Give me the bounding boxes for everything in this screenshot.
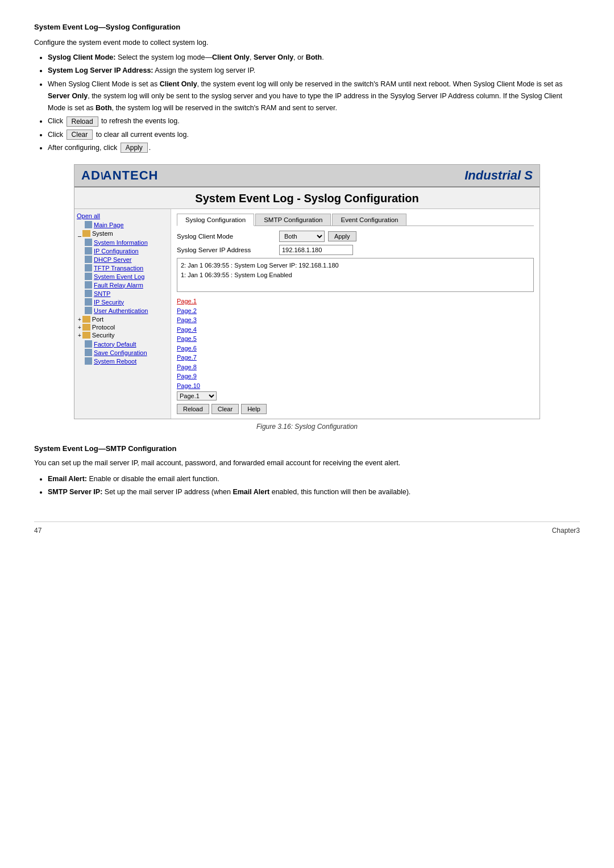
figure-caption: Figure 3.16: Syslog Configuration bbox=[34, 423, 580, 431]
smtp-server-ip-label: SMTP Server IP: bbox=[48, 488, 102, 496]
apply-button-inline[interactable]: Apply bbox=[121, 143, 148, 153]
sidebar-item-save-config[interactable]: Save Configuration bbox=[84, 348, 168, 357]
plus-icon-security: + bbox=[78, 332, 81, 339]
sidebar-item-event-log[interactable]: System Event Log bbox=[84, 272, 168, 281]
plus-icon-port: + bbox=[78, 316, 81, 323]
system-info-icon bbox=[85, 239, 92, 246]
form-row-server-ip: Syslog Server IP Address bbox=[177, 245, 534, 255]
sidebar-group-protocol[interactable]: + Protocol bbox=[78, 324, 168, 331]
save-config-link[interactable]: Save Configuration bbox=[94, 349, 147, 356]
ip-config-link[interactable]: IP Configuration bbox=[94, 248, 139, 254]
client-mode-select[interactable]: Both Client Only Server Only bbox=[279, 231, 325, 242]
log-area: 2: Jan 1 06:39:55 : System Log Server IP… bbox=[177, 258, 534, 292]
reload-button[interactable]: Reload bbox=[67, 116, 98, 127]
page-link-6[interactable]: Page.6 bbox=[177, 344, 534, 353]
protocol-label: Protocol bbox=[92, 324, 115, 331]
tftp-icon bbox=[85, 264, 92, 272]
port-label: Port bbox=[92, 316, 103, 323]
sidebar-group-system[interactable]: ⎯ System bbox=[78, 230, 168, 237]
system-info-link[interactable]: System Information bbox=[94, 239, 148, 246]
ip-security-link[interactable]: IP Security bbox=[94, 299, 124, 306]
ip-config-icon bbox=[85, 247, 92, 254]
sidebar: Open all Main Page ⎯ System System Infor… bbox=[74, 209, 171, 419]
system-folder-icon bbox=[82, 230, 90, 237]
apply-button[interactable]: Apply bbox=[328, 231, 356, 241]
tab-event[interactable]: Event Configuration bbox=[332, 214, 406, 226]
smtp-intro: You can set up the mail server IP, mail … bbox=[34, 457, 580, 469]
dhcp-link[interactable]: DHCP Server bbox=[94, 256, 131, 263]
page-link-1[interactable]: Page.1 bbox=[177, 297, 534, 306]
factory-default-icon bbox=[85, 340, 92, 348]
page-link-5[interactable]: Page.5 bbox=[177, 334, 534, 344]
tab-syslog[interactable]: Syslog Configuration bbox=[177, 214, 254, 226]
bullet-mode-description: When Syslog Client Mode is set as Client… bbox=[48, 78, 580, 115]
sidebar-item-tftp[interactable]: TFTP Transaction bbox=[84, 264, 168, 272]
bullet-syslog-client-mode: Syslog Client Mode: Select the system lo… bbox=[48, 52, 580, 64]
form-row-client-mode: Syslog Client Mode Both Client Only Serv… bbox=[177, 231, 534, 242]
clear-bottom-button[interactable]: Clear bbox=[211, 404, 239, 414]
event-log-link[interactable]: System Event Log bbox=[94, 273, 144, 280]
page-link-10[interactable]: Page.10 bbox=[177, 381, 534, 391]
tab-smtp[interactable]: SMTP Configuration bbox=[255, 214, 331, 226]
smtp-bullet-server-ip: SMTP Server IP: Set up the mail server I… bbox=[48, 486, 580, 498]
reload-bottom-button[interactable]: Reload bbox=[177, 404, 209, 414]
bullet2-label: System Log Server IP Address: bbox=[48, 66, 154, 74]
sidebar-item-dhcp[interactable]: DHCP Server bbox=[84, 255, 168, 264]
content-panel: Syslog Configuration SMTP Configuration … bbox=[171, 209, 540, 419]
sidebar-item-system-info[interactable]: System Information bbox=[84, 238, 168, 247]
sidebar-item-ip-security[interactable]: IP Security bbox=[84, 298, 168, 306]
page-select[interactable]: Page.1 bbox=[177, 391, 217, 400]
user-auth-link[interactable]: User Authentication bbox=[94, 307, 148, 314]
ip-security-icon bbox=[85, 298, 92, 306]
sidebar-item-factory-default[interactable]: Factory Default bbox=[84, 340, 168, 348]
bullet-server-ip: System Log Server IP Address: Assign the… bbox=[48, 65, 580, 77]
advantech-logo: AD\ANTECH bbox=[81, 168, 158, 183]
security-label: Security bbox=[92, 332, 115, 339]
sidebar-open-all[interactable]: Open all bbox=[77, 212, 168, 219]
sntp-link[interactable]: SNTP bbox=[94, 290, 110, 297]
dhcp-icon bbox=[85, 256, 92, 263]
sidebar-item-ip-config[interactable]: IP Configuration bbox=[84, 247, 168, 255]
email-alert-label: Email Alert: bbox=[48, 475, 87, 483]
tabs-row: Syslog Configuration SMTP Configuration … bbox=[177, 214, 534, 226]
page-link-8[interactable]: Page.8 bbox=[177, 362, 534, 372]
plus-icon-protocol: + bbox=[78, 324, 81, 331]
protocol-folder-icon bbox=[82, 324, 90, 331]
sidebar-group-security[interactable]: + Security bbox=[78, 332, 168, 339]
fault-relay-link[interactable]: Fault Relay Alarm bbox=[94, 282, 143, 289]
clear-button[interactable]: Clear bbox=[67, 130, 93, 140]
server-ip-input[interactable] bbox=[279, 245, 353, 255]
main-page-icon bbox=[85, 221, 92, 228]
page-link-2[interactable]: Page.2 bbox=[177, 306, 534, 316]
system-reboot-link[interactable]: System Reboot bbox=[94, 358, 136, 365]
page-link-9[interactable]: Page.9 bbox=[177, 372, 534, 381]
log-entry-1: 2: Jan 1 06:39:55 : System Log Server IP… bbox=[181, 261, 530, 270]
bullet-reload: Click Reload to refresh the events log. bbox=[48, 115, 580, 127]
server-ip-label: Syslog Server IP Address bbox=[177, 247, 279, 253]
tftp-link[interactable]: TFTP Transaction bbox=[94, 265, 143, 272]
bullet-clear: Click Clear to clear all current events … bbox=[48, 129, 580, 141]
sntp-icon bbox=[85, 290, 92, 297]
help-bottom-button[interactable]: Help bbox=[241, 404, 267, 414]
page-link-4[interactable]: Page.4 bbox=[177, 325, 534, 335]
bottom-buttons: Reload Clear Help bbox=[177, 404, 534, 414]
page-link-7[interactable]: Page.7 bbox=[177, 353, 534, 362]
sidebar-item-system-reboot[interactable]: System Reboot bbox=[84, 357, 168, 365]
adv-header: AD\ANTECH Industrial S bbox=[74, 165, 540, 187]
factory-default-link[interactable]: Factory Default bbox=[94, 341, 136, 348]
client-mode-label: Syslog Client Mode bbox=[177, 233, 279, 240]
main-page-link[interactable]: Main Page bbox=[94, 222, 124, 228]
system-reboot-icon bbox=[85, 357, 92, 365]
industrial-s-label: Industrial S bbox=[464, 168, 533, 183]
sidebar-item-user-auth[interactable]: User Authentication bbox=[84, 306, 168, 315]
page-footer: 47 Chapter3 bbox=[34, 521, 580, 535]
page-link-3[interactable]: Page.3 bbox=[177, 315, 534, 325]
sidebar-item-fault-relay[interactable]: Fault Relay Alarm bbox=[84, 281, 168, 289]
sidebar-group-port[interactable]: + Port bbox=[78, 316, 168, 323]
syslog-section-title: System Event Log—Syslog Configuration bbox=[34, 23, 580, 31]
screenshot-container: AD\ANTECH Industrial S System Event Log … bbox=[74, 164, 540, 419]
bullet-apply: After configuring, click Apply. bbox=[48, 142, 580, 154]
sidebar-item-main-page[interactable]: Main Page bbox=[84, 220, 168, 229]
sidebar-item-sntp[interactable]: SNTP bbox=[84, 289, 168, 298]
chapter-label: Chapter3 bbox=[552, 527, 580, 535]
